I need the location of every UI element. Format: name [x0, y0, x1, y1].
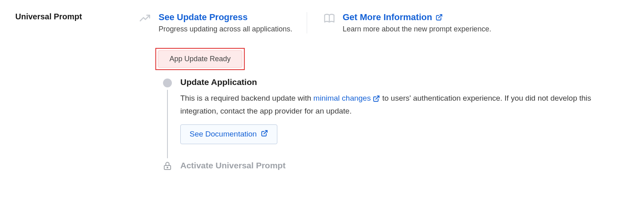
progress-card-desc: Progress updating across all application… [159, 25, 292, 33]
step-update-application: Update Application This is a required ba… [163, 77, 631, 161]
universal-prompt-section: Universal Prompt See Update Progress Pro… [13, 12, 631, 175]
info-card-desc: Learn more about the new prompt experien… [343, 25, 491, 33]
see-update-progress-link[interactable]: See Update Progress [159, 12, 292, 23]
step-text-before: This is a required backend update with [180, 94, 314, 102]
step-connector [167, 90, 168, 158]
info-cards-row: See Update Progress Progress updating ac… [138, 12, 631, 33]
svg-line-0 [438, 14, 442, 18]
timeline: Update Application This is a required ba… [163, 77, 631, 175]
info-card: Get More Information Learn more about th… [307, 12, 491, 33]
svg-line-2 [264, 130, 267, 134]
step-title: Activate Universal Prompt [180, 161, 285, 170]
external-link-icon [436, 14, 443, 21]
step-marker-column [163, 77, 172, 161]
button-label: See Documentation [190, 130, 257, 139]
svg-point-4 [167, 167, 168, 168]
svg-line-1 [376, 96, 379, 99]
section-label-column: Universal Prompt [13, 12, 138, 21]
get-more-information-link[interactable]: Get More Information [343, 12, 491, 23]
external-link-icon [261, 130, 268, 139]
section-content-column: See Update Progress Progress updating ac… [138, 12, 631, 175]
status-badge-highlight: App Update Ready [155, 48, 245, 70]
external-link-icon [373, 95, 380, 102]
step-marker-column [163, 161, 172, 171]
status-badge: App Update Ready [158, 50, 242, 68]
step-activate-universal-prompt: Activate Universal Prompt [163, 161, 631, 175]
minimal-changes-link[interactable]: minimal changes [314, 94, 373, 102]
see-documentation-button[interactable]: See Documentation [180, 124, 277, 144]
step-description: This is a required backend update with m… [180, 92, 631, 118]
link-label: minimal changes [314, 94, 371, 102]
book-icon [322, 12, 336, 27]
link-label: Get More Information [343, 12, 432, 23]
step-title: Update Application [180, 77, 631, 87]
progress-card: See Update Progress Progress updating ac… [138, 12, 307, 33]
trend-up-icon [138, 12, 152, 27]
section-title: Universal Prompt [15, 12, 138, 21]
step-dot-icon [163, 79, 172, 87]
link-label: See Update Progress [159, 12, 248, 23]
lock-icon [163, 161, 172, 171]
